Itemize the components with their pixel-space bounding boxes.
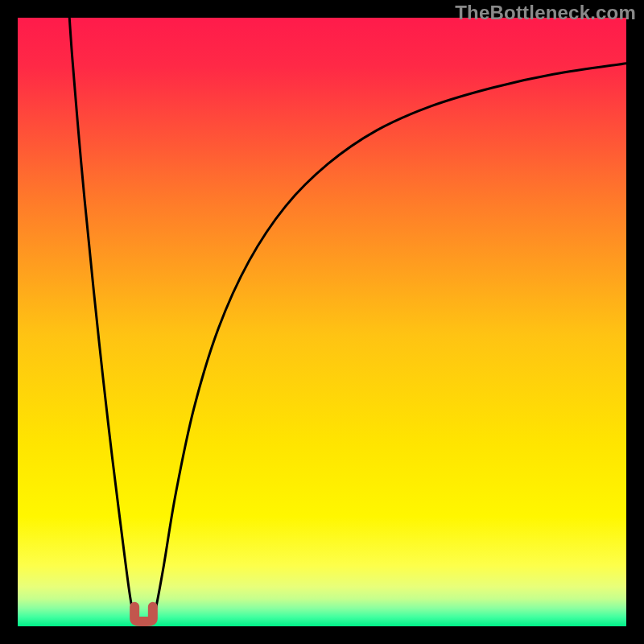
bottleneck-chart — [18, 18, 626, 626]
watermark-text: TheBottleneck.com — [455, 2, 636, 24]
chart-frame — [18, 18, 626, 626]
gradient-background — [18, 18, 626, 626]
